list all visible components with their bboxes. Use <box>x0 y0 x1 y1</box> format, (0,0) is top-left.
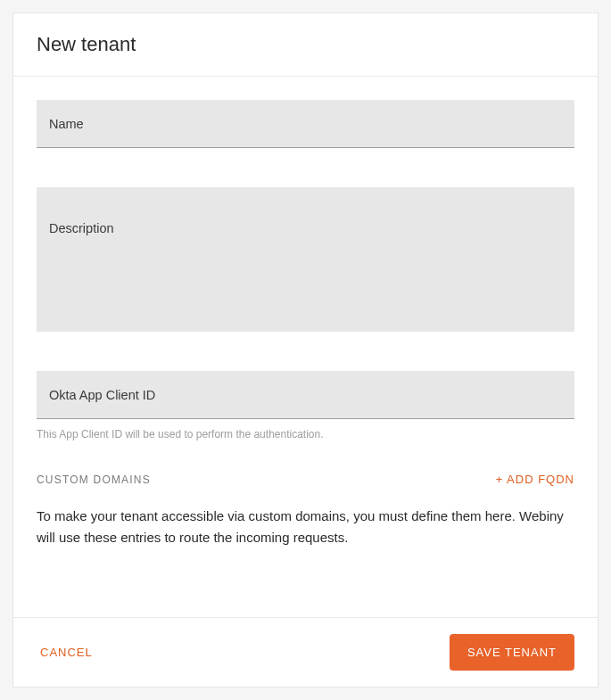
card-body: Description This App Client ID will be u… <box>13 77 598 617</box>
okta-field-wrapper: This App Client ID will be used to perfo… <box>37 371 574 441</box>
name-field-wrapper <box>37 100 574 148</box>
custom-domains-description: To make your tenant accessible via custo… <box>37 506 574 548</box>
name-input[interactable] <box>37 100 574 148</box>
custom-domains-header: CUSTOM DOMAINS + ADD FQDN <box>37 473 574 486</box>
custom-domains-label: CUSTOM DOMAINS <box>37 474 151 486</box>
okta-client-id-input[interactable] <box>37 371 574 419</box>
description-textarea-wrapper: Description <box>37 187 574 332</box>
new-tenant-card: New tenant Description This App Client I… <box>12 12 599 688</box>
cancel-button[interactable]: CANCEL <box>37 638 96 666</box>
description-input[interactable] <box>37 187 574 332</box>
add-fqdn-button[interactable]: + ADD FQDN <box>496 473 574 486</box>
page-title: New tenant <box>37 33 574 56</box>
save-tenant-button[interactable]: SAVE TENANT <box>450 634 574 671</box>
okta-helper-text: This App Client ID will be used to perfo… <box>37 428 574 441</box>
card-footer: CANCEL SAVE TENANT <box>13 617 598 687</box>
card-header: New tenant <box>13 13 598 77</box>
description-field-wrapper: Description <box>37 187 574 332</box>
